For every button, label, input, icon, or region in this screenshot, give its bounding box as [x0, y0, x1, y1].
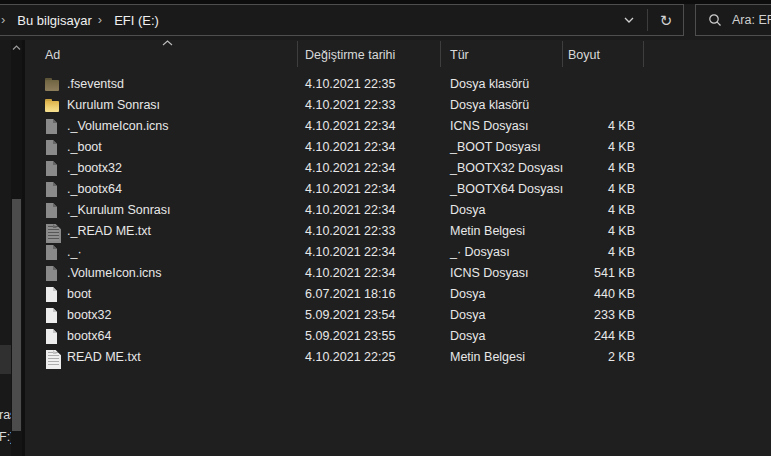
file-row[interactable]: ._bootx32 4.10.2021 22:34 _BOOTX32 Dosya… [0, 158, 771, 179]
column-resize-handle[interactable] [440, 41, 441, 67]
file-type: Dosya [450, 305, 485, 326]
file-date: 6.07.2021 18:16 [305, 284, 395, 305]
file-icon [45, 139, 60, 156]
file-name: ._READ ME.txt [67, 221, 151, 242]
refresh-icon: ↻ [660, 13, 673, 28]
column-header-name[interactable]: Ad [45, 48, 60, 62]
address-dropdown-button[interactable] [620, 8, 638, 32]
file-date: 4.10.2021 22:34 [305, 263, 395, 284]
file-name: READ ME.txt [67, 347, 141, 368]
file-type: Dosya [450, 326, 485, 347]
file-row[interactable]: ._boot 4.10.2021 22:34 _BOOT Dosyası 4 K… [0, 137, 771, 158]
breadcrumb-item-efi-drive[interactable]: EFI (E:) [108, 13, 165, 28]
file-date: 4.10.2021 22:34 [305, 179, 395, 200]
address-bar[interactable]: › Bu bilgisayar › EFI (E:) ↻ [0, 4, 684, 36]
file-size: 4 KB [530, 137, 635, 158]
file-size: 4 KB [530, 200, 635, 221]
file-icon [45, 118, 60, 135]
column-resize-handle[interactable] [643, 41, 644, 67]
file-size: 2 KB [530, 347, 635, 368]
file-size: 440 KB [530, 284, 635, 305]
refresh-button[interactable]: ↻ [657, 8, 675, 32]
file-date: 5.09.2021 23:54 [305, 305, 395, 326]
column-header-type[interactable]: Tür [450, 48, 469, 62]
search-icon [708, 13, 722, 27]
file-type: Metin Belgesi [450, 347, 525, 368]
file-row[interactable]: Kurulum Sonrası 4.10.2021 22:33 Dosya kl… [0, 95, 771, 116]
file-date: 4.10.2021 22:34 [305, 137, 395, 158]
file-type: Dosya klasörü [450, 95, 529, 116]
file-size: 244 KB [530, 326, 635, 347]
file-date: 4.10.2021 22:35 [305, 74, 395, 95]
file-row[interactable]: .fseventsd 4.10.2021 22:35 Dosya klasörü [0, 74, 771, 95]
file-size: 4 KB [530, 242, 635, 263]
file-row[interactable]: ._bootx64 4.10.2021 22:34 _BOOTX64 Dosya… [0, 179, 771, 200]
file-type: Dosya [450, 200, 485, 221]
file-name: ._boot [67, 137, 102, 158]
column-header-date-modified[interactable]: Değiştirme tarihi [305, 48, 395, 62]
file-row[interactable]: ._· 4.10.2021 22:34 _· Dosyası 4 KB [0, 242, 771, 263]
file-size: 4 KB [530, 158, 635, 179]
file-type: ICNS Dosyası [450, 116, 529, 137]
file-name: ._· [67, 242, 82, 263]
text-file-icon [45, 349, 60, 366]
file-date: 4.10.2021 22:34 [305, 158, 395, 179]
file-date: 4.10.2021 22:34 [305, 200, 395, 221]
file-name: Kurulum Sonrası [67, 95, 160, 116]
nav-item-label-fragment[interactable]: F:) [0, 430, 11, 444]
file-row[interactable]: bootx32 5.09.2021 23:54 Dosya 233 KB [0, 305, 771, 326]
column-header-size[interactable]: Boyut [568, 48, 600, 62]
file-name: ._bootx32 [67, 158, 122, 179]
file-row[interactable]: .VolumeIcon.icns 4.10.2021 22:34 ICNS Do… [0, 263, 771, 284]
file-size: 541 KB [530, 263, 635, 284]
file-type: Dosya klasörü [450, 74, 529, 95]
file-row[interactable]: READ ME.txt 4.10.2021 22:25 Metin Belges… [0, 347, 771, 368]
file-size: 4 KB [530, 221, 635, 242]
file-icon [45, 160, 60, 177]
file-name: ._bootx64 [67, 179, 122, 200]
file-type: _BOOT Dosyası [450, 137, 541, 158]
file-icon [45, 265, 60, 282]
scrollbar-up-arrow-icon[interactable] [11, 43, 22, 53]
file-size: 233 KB [530, 305, 635, 326]
file-row[interactable]: ._Kurulum Sonrası 4.10.2021 22:34 Dosya … [0, 200, 771, 221]
file-icon [45, 328, 60, 345]
file-icon [45, 244, 60, 261]
file-name: ._Kurulum Sonrası [67, 200, 171, 221]
file-name: ._VolumeIcon.icns [67, 116, 168, 137]
file-row[interactable]: bootx64 5.09.2021 23:55 Dosya 244 KB [0, 326, 771, 347]
file-name: bootx64 [67, 326, 111, 347]
file-date: 5.09.2021 23:55 [305, 326, 395, 347]
nav-item-label-fragment[interactable]: ras [0, 408, 11, 422]
column-resize-handle[interactable] [562, 41, 563, 67]
search-box[interactable]: Ara: EFI (E:) [695, 4, 771, 36]
file-type: Metin Belgesi [450, 221, 525, 242]
column-resize-handle[interactable] [297, 41, 298, 67]
file-icon [45, 307, 60, 324]
file-date: 4.10.2021 22:25 [305, 347, 395, 368]
file-row[interactable]: ._VolumeIcon.icns 4.10.2021 22:34 ICNS D… [0, 116, 771, 137]
breadcrumb-item-this-pc[interactable]: Bu bilgisayar [11, 13, 97, 28]
file-icon [45, 202, 60, 219]
file-row[interactable]: ._READ ME.txt 4.10.2021 22:33 Metin Belg… [0, 221, 771, 242]
file-type: ICNS Dosyası [450, 263, 529, 284]
file-date: 4.10.2021 22:33 [305, 95, 395, 116]
file-name: boot [67, 284, 91, 305]
file-type: _· Dosyası [450, 242, 510, 263]
text-file-icon [45, 223, 60, 240]
file-row[interactable]: boot 6.07.2021 18:16 Dosya 440 KB [0, 284, 771, 305]
file-date: 4.10.2021 22:33 [305, 221, 395, 242]
file-type: Dosya [450, 284, 485, 305]
file-icon [45, 181, 60, 198]
file-icon [45, 286, 60, 303]
explorer-window: › Bu bilgisayar › EFI (E:) ↻ Ara: EFI (E… [0, 0, 771, 456]
file-date: 4.10.2021 22:34 [305, 242, 395, 263]
chevron-down-icon [623, 16, 635, 24]
breadcrumb-back-chevron-icon[interactable]: › [1, 12, 11, 29]
file-size: 4 KB [530, 116, 635, 137]
search-placeholder: Ara: EFI (E:) [732, 13, 771, 27]
address-bar-divider [647, 9, 648, 31]
breadcrumb-separator-icon: › [98, 12, 108, 29]
file-name: .VolumeIcon.icns [67, 263, 162, 284]
folder-icon [45, 76, 60, 93]
